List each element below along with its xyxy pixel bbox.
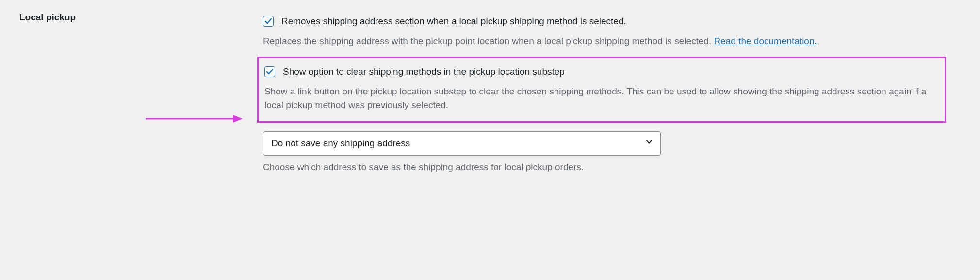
documentation-link[interactable]: Read the documentation.	[714, 36, 817, 46]
checkbox-show-clear[interactable]	[264, 66, 275, 77]
checkbox-show-clear-label[interactable]: Show option to clear shipping methods in…	[283, 65, 565, 79]
save-address-description: Choose which address to save as the ship…	[263, 160, 946, 174]
checkbox-remove-shipping[interactable]	[263, 16, 274, 27]
settings-content-column: Removes shipping address section when a …	[257, 10, 946, 174]
check-icon	[264, 17, 272, 25]
checkbox-remove-shipping-label[interactable]: Removes shipping address section when a …	[281, 15, 626, 29]
settings-label-column: Local pickup	[19, 10, 257, 25]
section-label: Local pickup	[19, 11, 257, 25]
chevron-down-icon	[645, 137, 653, 151]
highlight-arrow-icon	[146, 111, 243, 130]
save-address-selected-value: Do not save any shipping address	[271, 137, 410, 151]
option-remove-shipping: Removes shipping address section when a …	[257, 10, 946, 53]
save-address-block: Do not save any shipping address Choose …	[263, 131, 946, 174]
save-address-select[interactable]: Do not save any shipping address	[263, 131, 661, 156]
settings-row: Local pickup Removes shipping address se…	[19, 10, 961, 174]
show-clear-description: Show a link button on the pickup locatio…	[264, 85, 939, 112]
svg-marker-1	[233, 115, 243, 123]
check-icon	[266, 68, 274, 76]
option-show-clear-highlighted: Show option to clear shipping methods in…	[257, 57, 946, 123]
remove-shipping-description: Replaces the shipping address with the p…	[263, 34, 940, 48]
